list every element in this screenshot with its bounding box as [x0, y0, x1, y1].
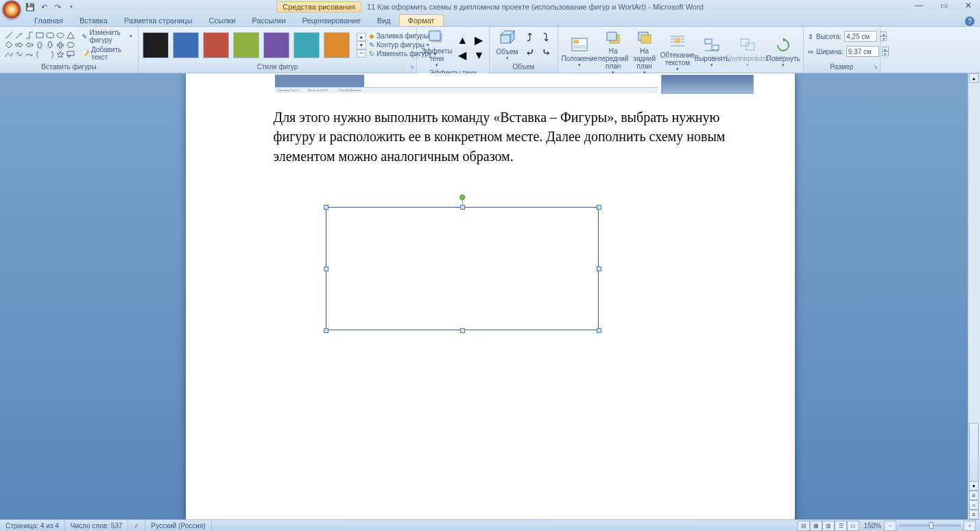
- shape-diamond-icon[interactable]: [4, 40, 14, 49]
- send-back-button[interactable]: На задний план▾: [630, 28, 659, 75]
- tab-page-layout[interactable]: Разметка страницы: [116, 15, 201, 26]
- shape-hexagon-icon[interactable]: [66, 40, 75, 49]
- shadow-left-icon[interactable]: ◀: [455, 49, 470, 62]
- zoom-out-button[interactable]: −: [884, 521, 896, 531]
- shape-ellipse-icon[interactable]: [56, 31, 65, 40]
- height-input[interactable]: 4,25 см: [844, 31, 877, 42]
- shape-roundrect-icon[interactable]: [45, 31, 55, 40]
- shape-callout-icon[interactable]: [66, 50, 75, 59]
- shape-scribble-icon[interactable]: [25, 50, 34, 59]
- status-words[interactable]: Число слов: 537: [65, 520, 129, 531]
- style-swatch-6[interactable]: [324, 32, 350, 58]
- shape-curve-icon[interactable]: [4, 50, 14, 59]
- resize-handle-se[interactable]: [597, 328, 601, 333]
- bring-front-button[interactable]: На передний план▾: [598, 28, 628, 75]
- size-launcher[interactable]: ↘: [872, 64, 879, 71]
- style-nav-more[interactable]: ⋯: [357, 49, 366, 58]
- tilt-right-icon[interactable]: ⤵: [538, 31, 553, 45]
- shape-brace-icon[interactable]: [35, 50, 45, 59]
- add-text-button[interactable]: 📝Добавить текст: [80, 46, 134, 61]
- scroll-up-button[interactable]: ▴: [969, 73, 979, 83]
- shape-styles-launcher[interactable]: ↘: [408, 64, 415, 71]
- office-button[interactable]: [2, 0, 21, 19]
- shape-rect-icon[interactable]: [35, 31, 45, 40]
- style-swatch-3[interactable]: [233, 32, 259, 58]
- zoom-in-button[interactable]: +: [964, 521, 976, 531]
- qat-dropdown-icon[interactable]: ▾: [66, 1, 77, 12]
- status-language[interactable]: Русский (Россия): [145, 520, 211, 531]
- zoom-level[interactable]: 150%: [863, 522, 881, 530]
- status-proofing[interactable]: ✓: [128, 520, 145, 531]
- width-input[interactable]: 9,37 см: [846, 46, 879, 57]
- help-icon[interactable]: ?: [965, 16, 975, 26]
- prev-page-button[interactable]: ≡: [969, 491, 979, 500]
- shadow-down-icon[interactable]: ▼: [471, 49, 486, 62]
- shape-line-icon[interactable]: [4, 31, 14, 40]
- resize-handle-sw[interactable]: [324, 328, 328, 333]
- shape-uparrow-icon[interactable]: [35, 40, 45, 49]
- shape-downarrow-icon[interactable]: [45, 40, 55, 49]
- resize-handle-ne[interactable]: [597, 205, 601, 210]
- style-nav-down[interactable]: ▾: [357, 41, 366, 49]
- align-button[interactable]: Выровнять▾: [696, 36, 728, 68]
- style-nav-up[interactable]: ▴: [357, 33, 366, 41]
- view-web[interactable]: ▥: [822, 521, 835, 531]
- volume-button[interactable]: Объем▾: [494, 29, 521, 61]
- style-swatch-2[interactable]: [203, 32, 229, 58]
- shadow-effects-button[interactable]: Эффекты тени▾: [421, 28, 452, 68]
- tab-mailings[interactable]: Рассылки: [243, 15, 294, 26]
- resize-handle-n[interactable]: [460, 205, 465, 210]
- minimize-button[interactable]: —: [910, 0, 928, 11]
- browse-object-button[interactable]: ○: [969, 500, 979, 510]
- selected-rectangle-shape[interactable]: [326, 207, 599, 330]
- tab-format[interactable]: Формат: [399, 14, 444, 26]
- height-down[interactable]: ▾: [880, 36, 887, 41]
- rotate-button[interactable]: Повернуть▾: [767, 36, 799, 68]
- view-print-layout[interactable]: ▤: [798, 521, 810, 531]
- group-button[interactable]: Группировать▾: [729, 36, 766, 68]
- shape-4arrow-icon[interactable]: [56, 40, 65, 49]
- undo-icon[interactable]: ↶: [38, 1, 49, 12]
- tilt-up-icon[interactable]: ⤴: [522, 31, 537, 45]
- scroll-thumb[interactable]: [969, 423, 979, 488]
- position-button[interactable]: Положение▾: [562, 36, 597, 68]
- shape-freeform-icon[interactable]: [14, 50, 24, 59]
- next-page-button[interactable]: ≡: [969, 510, 979, 519]
- shape-triangle-icon[interactable]: [66, 31, 75, 40]
- maximize-button[interactable]: ▭: [935, 0, 953, 11]
- redo-icon[interactable]: ↷: [52, 1, 63, 12]
- close-button[interactable]: ✕: [959, 0, 977, 11]
- width-down[interactable]: ▾: [882, 51, 889, 56]
- tab-view[interactable]: Вид: [369, 15, 399, 26]
- shape-brace2-icon[interactable]: [45, 50, 55, 59]
- shape-connector-icon[interactable]: [25, 31, 34, 40]
- shadow-right-icon[interactable]: ▶: [471, 34, 486, 47]
- tab-review[interactable]: Рецензирование: [294, 15, 369, 26]
- tab-home[interactable]: Главная: [26, 15, 71, 26]
- rotation-handle[interactable]: [459, 195, 465, 200]
- shapes-gallery[interactable]: [4, 31, 75, 59]
- resize-handle-e[interactable]: [597, 267, 601, 271]
- tab-insert[interactable]: Вставка: [71, 15, 116, 26]
- shadow-up-icon[interactable]: ▲: [455, 34, 470, 47]
- height-up[interactable]: ▴: [880, 32, 887, 36]
- vertical-scrollbar[interactable]: ▴ ▾ ≡ ○ ≡: [968, 73, 980, 519]
- shape-star-icon[interactable]: [56, 50, 65, 59]
- save-icon[interactable]: 💾: [25, 1, 36, 12]
- view-outline[interactable]: ☰: [835, 521, 847, 531]
- resize-handle-s[interactable]: [460, 328, 465, 333]
- style-swatch-4[interactable]: [263, 32, 289, 58]
- status-page[interactable]: Страница: 4 из 4: [0, 520, 65, 531]
- tilt-left-icon[interactable]: ⤶: [522, 46, 537, 60]
- resize-handle-w[interactable]: [324, 267, 328, 271]
- scroll-down-button[interactable]: ▾: [969, 481, 979, 491]
- shape-leftarrow-icon[interactable]: [25, 40, 34, 49]
- view-full-screen[interactable]: ▦: [810, 521, 822, 531]
- shape-arrow-icon[interactable]: [14, 31, 24, 40]
- zoom-slider[interactable]: [899, 524, 961, 527]
- view-draft[interactable]: ▭: [847, 521, 859, 531]
- width-up[interactable]: ▴: [882, 47, 889, 51]
- text-wrap-button[interactable]: Обтекание текстом▾: [660, 32, 695, 72]
- style-swatch-1[interactable]: [173, 32, 199, 58]
- shape-rightarrow-icon[interactable]: [14, 40, 24, 49]
